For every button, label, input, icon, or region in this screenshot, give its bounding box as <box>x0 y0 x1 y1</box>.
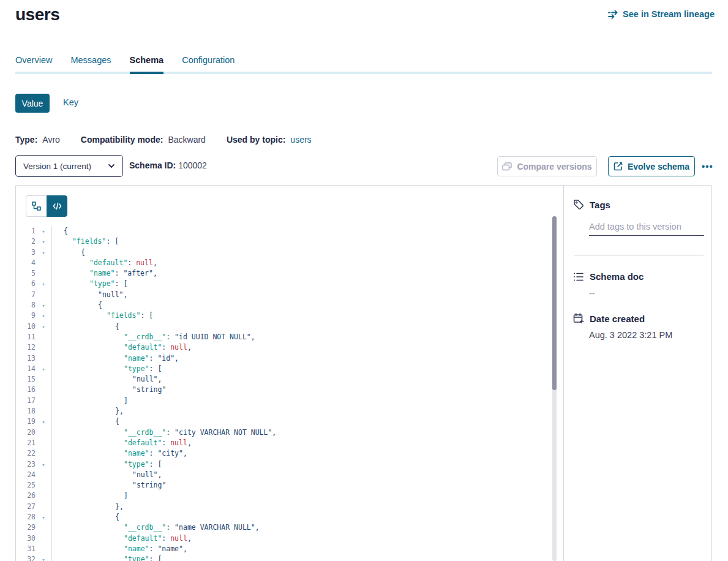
code-text: { <box>51 300 102 311</box>
fold-caret-icon[interactable]: ▾ <box>36 279 51 290</box>
code-line: 25"string" <box>16 480 552 491</box>
line-number: 9 <box>16 311 36 321</box>
code-line: 27}, <box>16 502 552 512</box>
code-line: 20"__crdb__": "city VARCHAR NOT NULL", <box>16 427 552 438</box>
tab-overview[interactable]: Overview <box>15 54 52 74</box>
fold-caret-icon[interactable]: ▾ <box>36 460 51 470</box>
fold-caret-icon[interactable]: ▾ <box>36 237 51 247</box>
line-number: 27 <box>16 502 36 512</box>
stream-lineage-link[interactable]: See in Stream lineage <box>608 9 715 19</box>
stream-lineage-icon <box>608 10 618 19</box>
code-line: 18}, <box>16 406 552 416</box>
schema-doc-value: -- <box>589 288 595 298</box>
fold-caret-icon[interactable]: ▾ <box>36 513 51 523</box>
sidebar-divider <box>574 255 704 256</box>
fold-caret-icon[interactable]: ▾ <box>36 248 51 258</box>
key-tab-button[interactable]: Key <box>63 97 78 107</box>
tags-input[interactable] <box>589 220 704 236</box>
code-text: "string" <box>51 480 166 491</box>
code-line: 26] <box>16 491 552 501</box>
fold-caret-icon[interactable]: ▾ <box>36 417 51 427</box>
code-text: "type": [ <box>51 364 162 374</box>
schema-panel: 1▾{2▾"fields": [3▾{4"default": null,5"na… <box>15 185 712 561</box>
version-select[interactable]: Version 1 (current) <box>15 155 123 177</box>
code-text: }, <box>51 502 124 512</box>
date-created-heading: Date created <box>573 313 645 324</box>
line-number: 3 <box>16 247 36 258</box>
editor-scrollbar-thumb[interactable] <box>552 216 557 390</box>
stream-lineage-label: See in Stream lineage <box>623 9 715 19</box>
code-text: "default": null, <box>51 438 192 448</box>
compatibility-value: Backward <box>168 135 205 145</box>
chevron-down-icon <box>108 162 115 170</box>
evolve-schema-label: Evolve schema <box>628 162 689 171</box>
schema-doc-heading: Schema doc <box>573 271 644 282</box>
line-number: 32 <box>16 554 36 561</box>
code-line: 30"default": null, <box>16 533 552 544</box>
evolve-schema-button[interactable]: Evolve schema <box>608 156 695 176</box>
tags-section-heading: Tags <box>573 199 610 210</box>
compare-versions-icon <box>502 162 512 171</box>
code-text: { <box>51 247 85 258</box>
line-number: 28 <box>16 512 36 522</box>
compare-versions-label: Compare versions <box>517 162 591 171</box>
code-view-icon <box>53 202 62 210</box>
code-lines: 1▾{2▾"fields": [3▾{4"default": null,5"na… <box>16 226 552 561</box>
tab-schema[interactable]: Schema <box>130 54 164 74</box>
value-tab-button[interactable]: Value <box>15 94 50 113</box>
code-line: 16"string" <box>16 385 552 395</box>
line-number: 30 <box>16 533 36 544</box>
fold-caret-icon[interactable]: ▾ <box>36 301 51 311</box>
code-line: 9▾"fields": [ <box>16 311 552 321</box>
code-editor[interactable]: 1▾{2▾"fields": [3▾{4"default": null,5"na… <box>16 226 552 561</box>
line-number: 31 <box>16 544 36 554</box>
code-line: 23▾"type": [ <box>16 459 552 470</box>
code-text: "__crdb__": "city VARCHAR NOT NULL", <box>51 427 276 438</box>
code-text: "default": null, <box>51 258 157 268</box>
tree-view-button[interactable] <box>26 195 47 217</box>
code-text: "__crdb__": "id UUID NOT NULL", <box>51 332 255 342</box>
tab-messages[interactable]: Messages <box>70 54 111 74</box>
tab-configuration[interactable]: Configuration <box>182 54 235 74</box>
fold-caret-icon[interactable]: ▾ <box>36 322 51 333</box>
version-select-value: Version 1 (current) <box>23 162 91 171</box>
calendar-icon <box>573 313 584 324</box>
tag-icon <box>573 199 584 210</box>
code-text: ] <box>51 396 128 406</box>
compare-versions-button[interactable]: Compare versions <box>497 156 597 176</box>
code-text: }, <box>51 406 124 416</box>
line-number: 6 <box>16 279 36 289</box>
code-text: "name": "id", <box>51 353 179 364</box>
code-line: 22"name": "city", <box>16 448 552 459</box>
code-text: "type": [ <box>51 459 162 470</box>
line-number: 1 <box>16 226 36 236</box>
tags-title: Tags <box>590 200 610 210</box>
code-line: 6▾"type": [ <box>16 279 552 289</box>
code-line: 28▾{ <box>16 512 552 522</box>
date-created-value: Aug. 3 2022 3:21 PM <box>589 330 672 340</box>
code-line: 2▾"fields": [ <box>16 236 552 247</box>
editor-scrollbar[interactable] <box>552 216 557 561</box>
schema-id-value: 100002 <box>178 160 207 170</box>
fold-caret-icon[interactable]: ▾ <box>36 311 51 322</box>
line-number: 10 <box>16 322 36 332</box>
more-options-button[interactable]: ••• <box>702 156 713 176</box>
topic-link[interactable]: users <box>290 135 311 145</box>
tab-bar: OverviewMessagesSchemaConfiguration <box>15 54 712 74</box>
fold-caret-icon[interactable]: ▾ <box>36 364 51 375</box>
line-number: 12 <box>16 342 36 353</box>
code-line: 31"name": "name", <box>16 544 552 554</box>
used-by-topic-label: Used by topic: <box>227 135 285 145</box>
schema-id: Schema ID: 100002 <box>129 160 207 170</box>
code-text: "default": null, <box>51 533 192 544</box>
line-number: 22 <box>16 448 36 459</box>
fold-caret-icon[interactable]: ▾ <box>36 227 51 237</box>
code-text: "null", <box>51 374 162 385</box>
code-text: "string" <box>51 385 166 395</box>
line-number: 8 <box>16 300 36 311</box>
code-view-button[interactable] <box>47 195 67 217</box>
fold-caret-icon[interactable]: ▾ <box>36 555 51 561</box>
line-number: 25 <box>16 480 36 491</box>
code-line: 24"null", <box>16 470 552 480</box>
code-text: "type": [ <box>51 554 162 561</box>
